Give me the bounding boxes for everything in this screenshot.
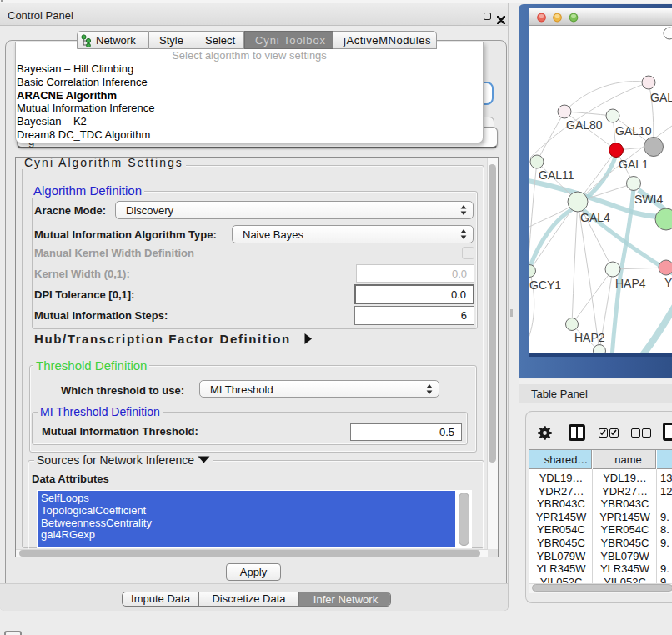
svg-text:GAL80: GAL80 [566, 118, 603, 132]
svg-text:SWI4: SWI4 [634, 192, 663, 206]
svg-text:GAL10: GAL10 [615, 124, 652, 138]
svg-text:GAL1: GAL1 [619, 158, 649, 171]
svg-text:GAL7: GAL7 [650, 91, 672, 104]
svg-text:GCY1: GCY1 [529, 278, 561, 292]
svg-text:HAP2: HAP2 [574, 331, 605, 344]
svg-text:GAL11: GAL11 [539, 168, 574, 182]
svg-text:Y: Y [664, 276, 672, 289]
svg-text:HAP4: HAP4 [615, 277, 646, 290]
svg-text:GAL4: GAL4 [580, 211, 610, 224]
